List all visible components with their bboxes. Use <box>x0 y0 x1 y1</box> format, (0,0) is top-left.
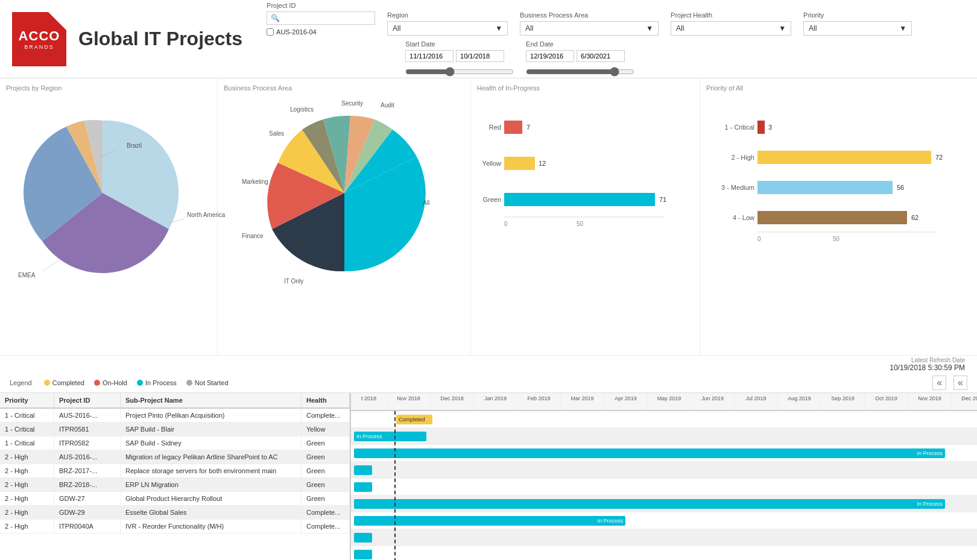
legend-row: Legend Completed On-Hold In Process Not … <box>0 373 977 393</box>
bar2-value-medium: 56 <box>897 184 904 191</box>
bar2-bar-low <box>757 211 907 224</box>
pie2-label-finance: Finance <box>242 233 264 239</box>
logo-brands: BRANDS <box>24 44 54 50</box>
project-id-search[interactable]: 🔍 <box>267 11 375 25</box>
gantt-bar-2: In Process <box>354 448 945 458</box>
end-date-to[interactable] <box>577 50 625 62</box>
gantt-month-5: Mar 2019 <box>561 393 604 410</box>
td-priority-3: 2 - High <box>0 450 54 464</box>
gantt-month-3: Jan 2019 <box>474 393 517 410</box>
bar-chart-priority: Priority of All 1 - Critical 3 2 - High … <box>700 78 977 355</box>
gantt-month-7: May 2019 <box>648 393 691 410</box>
gantt-body: Today Completed In Process In Process <box>351 411 977 560</box>
gantt-row-3 <box>351 462 977 479</box>
pie2-label-all: All <box>423 200 429 206</box>
start-date-slider[interactable] <box>405 67 514 77</box>
gantt-bar-4 <box>354 482 372 492</box>
pie1-label-emea: EMEA <box>18 272 36 278</box>
priority-chevron-icon: ▼ <box>899 24 906 33</box>
legend-onhold-label: On-Hold <box>103 379 127 386</box>
table-row: 1 - Critical AUS-2016-... Project Pinto … <box>0 409 350 423</box>
td-subproj-1: SAP Build - Blair <box>121 423 302 436</box>
table-rows: 1 - Critical AUS-2016-... Project Pinto … <box>0 409 350 533</box>
bar2-value-critical: 3 <box>768 124 772 131</box>
bar2-label-high: 2 - High <box>731 154 754 161</box>
svg-line-2 <box>42 259 60 271</box>
table-row: 2 - High ITPR0040A IVR - Reorder Functio… <box>0 520 350 533</box>
pie2-label-itonly: IT Only <box>284 278 303 285</box>
bar2-title: Priority of All <box>706 84 971 92</box>
bar2-bar-medium <box>757 181 893 194</box>
td-projid-3: AUS-2016-... <box>54 450 121 464</box>
priority-dropdown[interactable]: All ▼ <box>803 21 912 36</box>
start-date-from[interactable] <box>405 50 454 62</box>
td-subproj-5: ERP LN Migration <box>121 478 302 491</box>
region-dropdown[interactable]: All ▼ <box>387 21 508 36</box>
legend-items: Legend Completed On-Hold In Process Not … <box>10 379 932 386</box>
bar2-svg: 1 - Critical 3 2 - High 72 3 - Medium 56… <box>706 96 966 277</box>
bar1-value-yellow: 12 <box>539 160 546 167</box>
pie2-label-marketing: Marketing <box>242 178 268 185</box>
td-health-4: Green <box>302 464 350 477</box>
td-projid-0: AUS-2016-... <box>54 409 121 422</box>
bar2-axis-0: 0 <box>757 236 761 242</box>
bar1-svg: Red 7 Yellow 12 Green 71 0 50 <box>477 96 682 277</box>
bpa-dropdown[interactable]: All ▼ <box>520 21 659 36</box>
gantt-bar-1: In Process <box>354 432 426 441</box>
gantt-row-7 <box>351 529 977 546</box>
bar2-axis-50: 50 <box>833 236 840 242</box>
region-filter: Region All ▼ <box>387 11 508 36</box>
legend-completed-label: Completed <box>52 379 84 386</box>
gantt-month-1: Nov 2018 <box>387 393 431 410</box>
region-value: All <box>393 24 400 33</box>
health-dropdown[interactable]: All ▼ <box>671 21 791 36</box>
gantt-row-1: In Process <box>351 428 977 445</box>
main-table-area: Priority Project ID Sub-Project Name Hea… <box>0 393 977 560</box>
bar1-bar-green <box>504 193 655 206</box>
start-date-label: Start Date <box>405 40 514 48</box>
priority-label: Priority <box>803 11 912 19</box>
notstarted-dot <box>186 380 192 386</box>
legend-inprocess-label: In Process <box>145 379 177 386</box>
search-icon: 🔍 <box>271 14 280 22</box>
table-row: 2 - High GDW-27 Global Product Hierarchy… <box>0 492 350 506</box>
pie2-svg: All IT Only Finance Marketing Sales Logi… <box>224 96 465 289</box>
priority-value: All <box>809 24 817 33</box>
td-health-8: Complete... <box>302 520 350 533</box>
right-nav-arrow[interactable]: « <box>953 376 967 390</box>
table-header: Priority Project ID Sub-Project Name Hea… <box>0 393 350 409</box>
td-subproj-6: Global Product Hierarchy Rollout <box>121 492 302 505</box>
end-date-from[interactable] <box>526 50 574 62</box>
gantt-row-5: In Process <box>351 496 977 512</box>
pie2-label-security: Security <box>341 100 363 107</box>
td-projid-4: BRZ-2017-... <box>54 464 121 477</box>
gantt-month-13: Nov 2019 <box>908 393 952 410</box>
gantt-month-14: Dec 2019 <box>952 393 977 410</box>
table-row: 2 - High AUS-2016-... Migration of legac… <box>0 450 350 464</box>
project-id-checkbox[interactable] <box>267 28 274 36</box>
left-nav-arrow[interactable]: « <box>932 376 946 390</box>
bar-chart-health: Health of In-Progress Red 7 Yellow 12 Gr… <box>470 78 700 355</box>
bar2-label-medium: 3 - Medium <box>721 184 754 191</box>
td-priority-4: 2 - High <box>0 464 54 477</box>
td-health-7: Complete... <box>302 506 350 519</box>
bar2-value-low: 62 <box>911 214 919 221</box>
td-priority-7: 2 - High <box>0 506 54 519</box>
table-row: 2 - High BRZ-2017-... Replace storage se… <box>0 464 350 478</box>
bar1-bar-red <box>504 121 522 134</box>
refresh-date: 10/19/2018 5:30:59 PM <box>890 363 965 372</box>
refresh-label: Latest Refresh Date <box>911 357 965 363</box>
td-priority-5: 2 - High <box>0 478 54 491</box>
health-filter: Project Health All ▼ <box>671 11 791 36</box>
start-date-to[interactable] <box>456 50 504 62</box>
bar1-label-red: Red <box>489 124 501 131</box>
gantt-month-10: Aug 2019 <box>778 393 821 410</box>
pie2-label-sales: Sales <box>269 130 284 137</box>
bar1-value-red: 7 <box>526 124 530 131</box>
td-health-1: Yellow <box>302 423 350 436</box>
pie2-label-audit: Audit <box>381 102 394 109</box>
nav-arrows: « « <box>932 376 967 390</box>
bar2-label-low: 4 - Low <box>733 214 754 221</box>
pie-chart-region: Projects by Region Brazil North America … <box>0 78 217 355</box>
end-date-slider[interactable] <box>526 67 634 77</box>
